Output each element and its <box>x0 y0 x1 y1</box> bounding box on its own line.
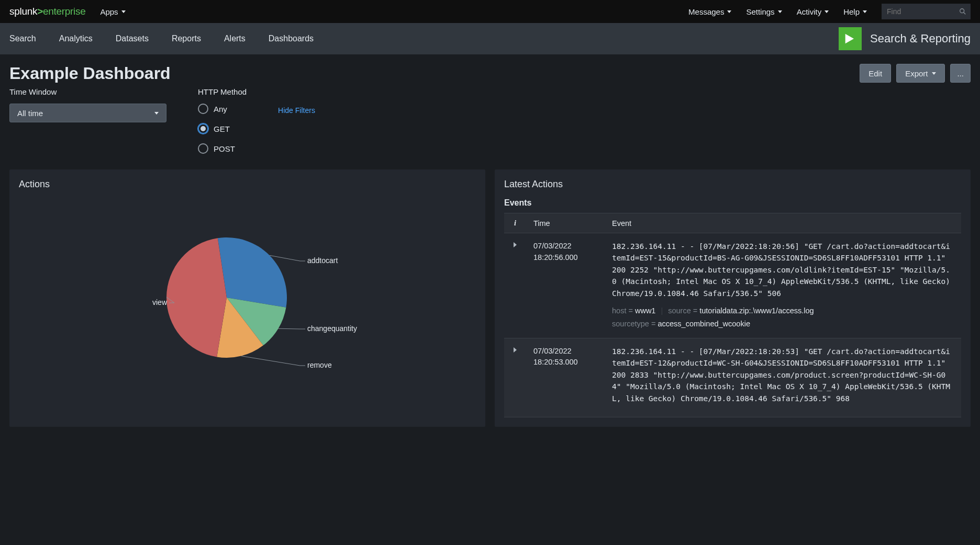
apps-menu[interactable]: Apps <box>100 7 125 16</box>
events-heading: Events <box>504 198 961 208</box>
col-event[interactable]: Event <box>605 213 961 233</box>
settings-menu[interactable]: Settings <box>746 7 782 16</box>
chevron-right-icon <box>514 242 517 247</box>
hide-filters-link[interactable]: Hide Filters <box>278 106 315 115</box>
dashboard-title: Example Dashboard <box>9 64 171 83</box>
nav-datasets[interactable]: Datasets <box>116 34 149 43</box>
pie-leader <box>241 356 305 366</box>
more-actions-button[interactable]: ... <box>950 64 971 83</box>
event-cell: 182.236.164.11 - - [07/Mar/2022:18:20:56… <box>605 233 961 338</box>
col-time[interactable]: Time <box>526 213 605 233</box>
event-meta: host = www1|source = tutorialdata.zip:.\… <box>612 304 954 330</box>
global-search-input[interactable] <box>882 4 971 19</box>
actions-pie-chart[interactable]: addtocartchangequantityremoveview <box>112 203 384 392</box>
app-title: Search & Reporting <box>870 32 971 46</box>
radio-any[interactable]: Any <box>198 104 247 114</box>
radio-get[interactable]: GET <box>198 123 247 134</box>
pie-slice-addtocart[interactable] <box>217 237 286 308</box>
nav-search[interactable]: Search <box>9 34 36 43</box>
nav-reports[interactable]: Reports <box>172 34 201 43</box>
time-window-dropdown[interactable]: All time <box>9 104 166 122</box>
panel-actions: Actions addtocartchangequantityremovevie… <box>9 169 485 427</box>
nav-dashboards[interactable]: Dashboards <box>269 34 314 43</box>
pie-leader <box>269 255 305 261</box>
pie-leader <box>278 328 305 329</box>
panel-latest-title: Latest Actions <box>504 179 961 190</box>
pie-label-remove: remove <box>307 361 332 369</box>
http-method-label: HTTP Method <box>198 87 247 96</box>
event-time: 07/03/2022 18:20:53.000 <box>526 338 605 417</box>
panel-actions-title: Actions <box>19 179 476 190</box>
pie-slice-view[interactable] <box>166 238 227 357</box>
app-icon <box>839 27 862 50</box>
radio-post[interactable]: POST <box>198 143 247 154</box>
panel-latest-actions: Latest Actions Events i Time Event 07/03… <box>495 169 971 427</box>
messages-menu[interactable]: Messages <box>688 7 731 16</box>
caret-down-icon <box>863 10 867 13</box>
chevron-right-icon <box>514 347 517 353</box>
caret-down-icon <box>154 112 159 115</box>
table-row: 07/03/2022 18:20:56.000182.236.164.11 - … <box>504 233 961 338</box>
event-time: 07/03/2022 18:20:56.000 <box>526 233 605 338</box>
pie-label-addtocart: addtocart <box>307 256 338 265</box>
nav-alerts[interactable]: Alerts <box>224 34 246 43</box>
svg-line-1 <box>964 13 966 15</box>
expand-row[interactable] <box>504 233 526 338</box>
help-menu[interactable]: Help <box>843 7 867 16</box>
edit-button[interactable]: Edit <box>860 64 891 83</box>
export-button[interactable]: Export <box>896 64 945 83</box>
pie-label-view: view <box>152 298 167 306</box>
product-logo: splunk>enterprise <box>9 6 85 17</box>
table-row: 07/03/2022 18:20:53.000182.236.164.11 - … <box>504 338 961 417</box>
app-subnav: Search Analytics Datasets Reports Alerts… <box>0 23 980 54</box>
caret-down-icon <box>825 10 829 13</box>
nav-analytics[interactable]: Analytics <box>59 34 93 43</box>
event-raw[interactable]: 182.236.164.11 - - [07/Mar/2022:18:20:56… <box>612 241 954 299</box>
info-icon: i <box>514 219 516 227</box>
caret-down-icon <box>727 10 731 13</box>
pie-label-changequantity: changequantity <box>307 324 357 333</box>
search-icon <box>959 8 966 15</box>
event-raw[interactable]: 182.236.164.11 - - [07/Mar/2022:18:20:53… <box>612 346 954 404</box>
caret-down-icon <box>932 72 936 75</box>
events-table: i Time Event 07/03/2022 18:20:56.000182.… <box>504 213 961 417</box>
global-search <box>882 4 971 19</box>
caret-down-icon <box>121 10 126 13</box>
caret-down-icon <box>778 10 782 13</box>
http-method-radio-group: Any GET POST <box>198 104 247 154</box>
activity-menu[interactable]: Activity <box>797 7 829 16</box>
svg-point-0 <box>960 9 964 13</box>
expand-row[interactable] <box>504 338 526 417</box>
event-cell: 182.236.164.11 - - [07/Mar/2022:18:20:53… <box>605 338 961 417</box>
time-window-label: Time Window <box>9 87 166 96</box>
col-info[interactable]: i <box>504 213 526 233</box>
global-topbar: splunk>enterprise Apps Messages Settings… <box>0 0 980 23</box>
